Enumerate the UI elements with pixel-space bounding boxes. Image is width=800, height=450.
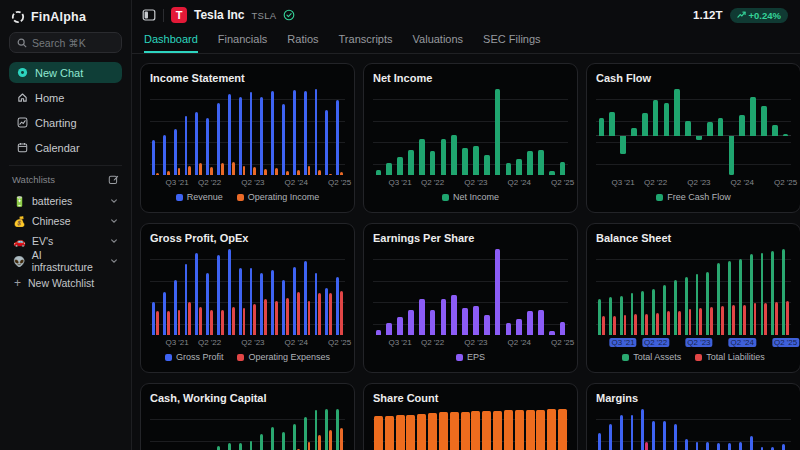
bar-total-assets[interactable] [728,261,731,335]
bar-shares-outstanding[interactable] [504,410,513,450]
bar-operating-income[interactable] [210,167,213,175]
bar-total-liabilities[interactable] [678,311,681,335]
bar-operating-expenses[interactable] [329,293,332,335]
bar-shares-outstanding[interactable] [396,415,405,450]
bar-net-income[interactable] [462,148,468,175]
bar-free-cash-flow[interactable] [718,118,724,136]
bar-gross-profit[interactable] [336,277,339,335]
bar-total-liabilities[interactable] [634,314,637,335]
bar-operating-income[interactable] [232,162,235,175]
bar-total-assets[interactable] [631,293,634,335]
bar-shares-outstanding[interactable] [536,410,545,450]
bar-free-cash-flow[interactable] [609,112,615,136]
bar-operating-income[interactable] [199,163,202,175]
bar-net-income[interactable] [430,151,436,176]
bar-total-assets[interactable] [641,291,644,335]
bar-gross-margin[interactable] [750,436,753,450]
bar-eps[interactable] [495,249,501,335]
bar-total-assets[interactable] [771,251,774,335]
tab-sec-filings[interactable]: SEC Filings [483,33,540,53]
bar-net-income[interactable] [495,89,501,175]
bar-cash[interactable] [217,446,220,450]
tab-ratios[interactable]: Ratios [287,33,318,53]
bar-gross-margin[interactable] [652,421,655,450]
bar-operating-expenses[interactable] [232,307,235,335]
bar-eps[interactable] [451,295,457,335]
bar-cash[interactable] [250,441,253,450]
bar-gross-margin[interactable] [685,439,688,450]
bar-free-cash-flow[interactable] [761,106,767,136]
sidebar-item-new-chat[interactable]: New Chat [9,62,122,83]
bar-operating-income[interactable] [297,170,300,175]
bar-gross-profit[interactable] [271,270,274,335]
tab-financials[interactable]: Financials [218,33,268,53]
bar-revenue[interactable] [293,90,296,175]
bar-shares-outstanding[interactable] [526,410,535,450]
bar-shares-outstanding[interactable] [482,411,491,450]
bar-total-liabilities[interactable] [764,303,767,335]
bar-shares-outstanding[interactable] [461,412,470,450]
bar-net-income[interactable] [376,170,382,175]
bar-total-liabilities[interactable] [775,302,778,335]
bar-operating-income[interactable] [188,166,191,175]
bar-gross-margin[interactable] [782,444,785,450]
bar-cash[interactable] [336,409,339,450]
bar-operating-expenses[interactable] [156,311,159,335]
bar-gross-margin[interactable] [674,424,677,450]
bar-shares-outstanding[interactable] [428,413,437,450]
bar-total-liabilities[interactable] [786,301,789,335]
bar-shares-outstanding[interactable] [450,412,459,450]
bar-free-cash-flow[interactable] [772,125,778,136]
bar-total-assets[interactable] [706,272,709,335]
bar-total-liabilities[interactable] [743,305,746,335]
bar-gross-margin[interactable] [706,442,709,450]
bar-operating-income[interactable] [253,167,256,175]
new-watchlist-button[interactable]: + New Watchlist [9,273,122,293]
bar-eps[interactable] [484,315,490,335]
bar-revenue[interactable] [325,110,328,175]
bar-eps[interactable] [441,299,447,335]
bar-eps[interactable] [538,310,544,335]
search-box[interactable] [9,32,122,53]
chevron-down-icon[interactable] [110,235,118,247]
bar-gross-margin[interactable] [663,421,666,450]
bar-operating-expenses[interactable] [178,310,181,335]
bar-gross-profit[interactable] [304,261,307,335]
bar-total-liabilities[interactable] [656,313,659,335]
bar-operating-expenses[interactable] [318,293,321,335]
bar-total-liabilities[interactable] [732,305,735,335]
bar-operating-expenses[interactable] [199,307,202,335]
sidebar-item-charting[interactable]: Charting [9,112,122,133]
bar-revenue[interactable] [336,100,339,175]
bar-gross-margin[interactable] [739,442,742,450]
bar-revenue[interactable] [304,91,307,175]
bar-free-cash-flow[interactable] [674,89,680,136]
sidebar-item-calendar[interactable]: Calendar [9,137,122,158]
chevron-down-icon[interactable] [110,215,118,227]
bar-total-assets[interactable] [739,259,742,335]
bar-eps[interactable] [430,310,436,335]
bar-shares-outstanding[interactable] [547,409,556,450]
bar-shares-outstanding[interactable] [439,412,448,450]
bar-net-income[interactable] [419,139,425,175]
bar-working-capital[interactable] [318,435,321,450]
bar-gross-profit[interactable] [260,273,263,335]
bar-free-cash-flow[interactable] [783,134,789,136]
watchlist-item-batteries[interactable]: 🔋 batteries [9,191,122,211]
bar-gross-profit[interactable] [163,292,166,335]
bar-gross-profit[interactable] [206,273,209,335]
bar-gross-profit[interactable] [228,249,231,335]
bar-total-assets[interactable] [674,280,677,335]
bar-cash[interactable] [260,434,263,450]
bar-gross-profit[interactable] [239,268,242,335]
bar-shares-outstanding[interactable] [471,411,480,450]
bar-operating-income[interactable] [156,173,159,175]
bar-gross-margin[interactable] [717,443,720,450]
bar-gross-profit[interactable] [315,273,318,335]
bar-eps[interactable] [397,317,403,335]
bar-eps[interactable] [386,323,392,335]
bar-total-assets[interactable] [598,299,601,335]
bar-gross-margin[interactable] [620,415,623,450]
bar-total-assets[interactable] [609,297,612,335]
bar-eps[interactable] [473,306,479,335]
